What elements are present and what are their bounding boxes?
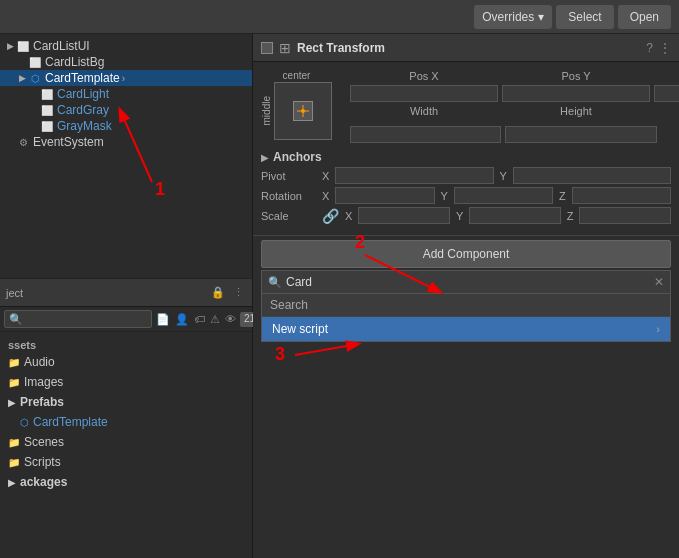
center-label: center	[283, 70, 311, 81]
assets-label-packages: ackages	[20, 475, 67, 489]
pos-z-input[interactable]: 0	[654, 85, 679, 102]
scale-y-input[interactable]: 1	[469, 207, 561, 224]
prefab-icon-cardtemplate-asset: ⬡	[20, 417, 29, 428]
add-component-dropdown: 🔍 ✕ Search New script ›	[261, 270, 671, 342]
lock-icon-btn[interactable]: 🔒	[209, 284, 227, 301]
open-button[interactable]: Open	[618, 5, 671, 29]
pos-values-row: 6.899994 -0.099975 0	[344, 85, 679, 102]
assets-item-cardtemplate[interactable]: ⬡ CardTemplate	[0, 412, 252, 432]
assets-item-audio[interactable]: 📁 Audio	[0, 352, 252, 372]
select-button[interactable]: Select	[556, 5, 613, 29]
rect-transform-icon: ⊞	[279, 40, 291, 56]
rotation-y-input[interactable]: 0	[454, 187, 553, 204]
folder-icon-prefabs: ▶	[8, 397, 16, 408]
add-component-button[interactable]: Add Component	[261, 240, 671, 268]
pivot-y-input[interactable]: 0.5	[513, 167, 671, 184]
hierarchy-panel: ▶ ⬜ CardListUI ⬜ CardListBg ▶ ⬡ CardTemp…	[0, 34, 252, 278]
cube-icon-cardgray: ⬜	[40, 103, 54, 117]
rotation-row: Rotation X 0 Y 0 Z 0	[261, 187, 671, 204]
right-panel: ⊞ Rect Transform ? ⋮ center middle	[253, 34, 679, 558]
assets-item-scripts[interactable]: 📁 Scripts	[0, 452, 252, 472]
overrides-label: Overrides	[482, 10, 534, 24]
tree-item-cardtemplate[interactable]: ▶ ⬡ CardTemplate ›	[0, 70, 252, 86]
pivot-x-input[interactable]: 0.5	[335, 167, 493, 184]
tree-arrow-right: ›	[122, 73, 125, 84]
tree-item-graymask[interactable]: ⬜ GrayMask	[0, 118, 252, 134]
tree-label-cardlistbg: CardListBg	[45, 55, 104, 69]
assets-item-prefabs[interactable]: ▶ Prefabs	[0, 392, 252, 412]
tree-item-cardlistui[interactable]: ▶ ⬜ CardListUI	[0, 38, 252, 54]
pivot-label: Pivot	[261, 170, 316, 182]
cube-icon-cardlight: ⬜	[40, 87, 54, 101]
tree-item-eventsystem[interactable]: ⚙ EventSystem	[0, 134, 252, 150]
search-file-btn[interactable]: 📄	[155, 312, 171, 327]
anchors-expand-icon: ▶	[261, 152, 269, 163]
tree-label-cardlight: CardLight	[57, 87, 109, 101]
tree-item-cardgray[interactable]: ⬜ CardGray	[0, 102, 252, 118]
folder-icon-audio: 📁	[8, 357, 20, 368]
scale-row: Scale 🔗 X 1 Y 1 Z 1	[261, 207, 671, 224]
tree-label-cardtemplate: CardTemplate	[45, 71, 120, 85]
search-icon: 🔍	[268, 276, 282, 289]
pivot-x-label: X	[322, 170, 329, 182]
new-script-chevron-icon: ›	[656, 323, 660, 335]
rt-enable-toggle[interactable]	[261, 42, 273, 54]
rotation-z-input[interactable]: 0	[572, 187, 671, 204]
middle-label: middle	[261, 96, 272, 125]
search-person-btn[interactable]: 👤	[174, 312, 190, 327]
scale-x-label: X	[345, 210, 352, 222]
assets-section-label: ssets	[0, 336, 252, 352]
scale-z-input[interactable]: 1	[579, 207, 671, 224]
assets-label-audio: Audio	[24, 355, 55, 369]
rotation-x-label: X	[322, 190, 329, 202]
tree-item-cardlistbg[interactable]: ⬜ CardListBg	[0, 54, 252, 70]
help-icon[interactable]: ?	[646, 41, 653, 55]
main-layout: ▶ ⬜ CardListUI ⬜ CardListBg ▶ ⬡ CardTemp…	[0, 34, 679, 558]
search-eye-btn[interactable]: 👁	[224, 312, 237, 327]
assets-item-scenes[interactable]: 📁 Scenes	[0, 432, 252, 452]
transform-fields: Pos X Pos Y Pos Z 6.899994 -0.099975 0	[344, 70, 679, 143]
rect-transform-header: ⊞ Rect Transform ? ⋮	[253, 34, 679, 62]
rotation-y-label: Y	[441, 190, 448, 202]
search-clear-button[interactable]: ✕	[654, 275, 664, 289]
project-title: ject	[6, 287, 205, 299]
assets-item-images[interactable]: 📁 Images	[0, 372, 252, 392]
tree-arrow-graymask	[28, 120, 40, 132]
scale-x-input[interactable]: 1	[358, 207, 450, 224]
bottom-left-icons: 🔒 ⋮	[209, 284, 246, 301]
pivot-row: Pivot X 0.5 Y 0.5	[261, 167, 671, 184]
new-script-item[interactable]: New script ›	[262, 317, 670, 341]
tree-item-cardlight[interactable]: ⬜ CardLight	[0, 86, 252, 102]
overrides-dropdown[interactable]: Overrides ▾	[474, 5, 552, 29]
height-input[interactable]: 70	[505, 126, 656, 143]
prefab-icon-cardtemplate: ⬡	[28, 71, 42, 85]
transform-area: center middle	[253, 62, 679, 235]
pos-x-input[interactable]: 6.899994	[350, 85, 498, 102]
more-options-icon[interactable]: ⋮	[659, 41, 671, 55]
scale-y-label: Y	[456, 210, 463, 222]
folder-icon-packages: ▶	[8, 477, 16, 488]
more-options-btn[interactable]: ⋮	[231, 284, 246, 301]
folder-icon-scenes: 📁	[8, 437, 20, 448]
width-header: Width	[350, 105, 498, 123]
tree-arrow-cardlistbg	[16, 56, 28, 68]
assets-item-packages[interactable]: ▶ ackages	[0, 472, 252, 492]
pos-y-input[interactable]: -0.099975	[502, 85, 650, 102]
new-script-label: New script	[272, 322, 328, 336]
search-alert-btn[interactable]: ⚠	[209, 312, 221, 327]
pivot-y-label: Y	[500, 170, 507, 182]
anchors-row[interactable]: ▶ Anchors	[261, 147, 671, 167]
assets-label-images: Images	[24, 375, 63, 389]
rotation-x-input[interactable]: 0	[335, 187, 434, 204]
pos-z-header: Pos Z	[654, 70, 679, 82]
tree-arrow-cardlistui: ▶	[4, 40, 16, 52]
assets-label-cardtemplate: CardTemplate	[33, 415, 108, 429]
divider	[253, 235, 679, 236]
assets-label-prefabs: Prefabs	[20, 395, 64, 409]
anchor-widget[interactable]	[274, 82, 332, 140]
width-input[interactable]: 50	[350, 126, 501, 143]
component-search-input[interactable]	[286, 275, 654, 289]
search-tag-btn[interactable]: 🏷	[193, 312, 206, 327]
project-search-input[interactable]	[4, 310, 152, 328]
cube-icon-cardlistui: ⬜	[16, 39, 30, 53]
